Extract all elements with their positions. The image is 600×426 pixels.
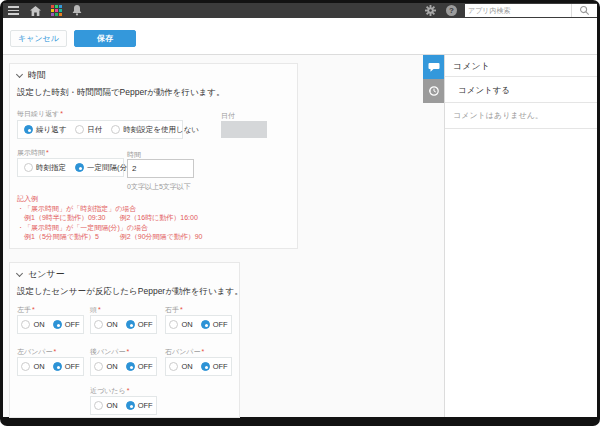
- radio-icon: [21, 320, 30, 329]
- comments-empty-message: コメントはありません。: [445, 103, 597, 129]
- radio-icon: [169, 362, 178, 371]
- gear-icon[interactable]: [424, 3, 436, 18]
- sensor-section: センサー 設定したセンサーが反応したらPepperが動作を行います。 左手* O…: [9, 262, 240, 418]
- toggle-on-option[interactable]: ON: [169, 320, 192, 329]
- example-line: ・「展示時間」が「時刻指定」の場合: [17, 204, 202, 214]
- sensor-section-description: 設定したセンサーが反応したらPepperが動作を行います。: [17, 286, 243, 298]
- approached-toggle: ON OFF: [90, 396, 157, 415]
- toggle-off-option[interactable]: OFF: [201, 362, 228, 371]
- radio-selected-icon: [126, 320, 135, 329]
- top-navigation-bar: ?: [3, 3, 597, 18]
- radio-icon: [94, 320, 103, 329]
- toggle-off-option[interactable]: OFF: [201, 320, 228, 329]
- head-toggle: ON OFF: [90, 315, 157, 334]
- radio-selected-icon: [126, 401, 135, 410]
- app-window: ? キャンセル 保存 時間 設定した時刻・時間間隔でPepperが動作を行います…: [0, 0, 600, 426]
- cancel-button[interactable]: キャンセル: [10, 30, 67, 47]
- chevron-down-icon: [16, 71, 23, 78]
- date-field-disabled: [221, 121, 267, 138]
- example-line: 例1（5分間隔で動作）5 例2（90分間隔で動作）90: [17, 232, 202, 242]
- menu-icon[interactable]: [7, 3, 19, 18]
- example-note: 記入例 ・「展示時間」が「時刻指定」の場合 例1（9時半に動作）09:30 例2…: [17, 194, 202, 242]
- radio-selected-icon: [53, 362, 62, 371]
- radio-selected-icon: [53, 320, 62, 329]
- toggle-on-option[interactable]: ON: [21, 362, 44, 371]
- toggle-on-option[interactable]: ON: [169, 362, 192, 371]
- radio-option-no-time-setting[interactable]: 時刻設定を使用しない: [111, 125, 199, 135]
- left-bumper-toggle: ON OFF: [17, 357, 84, 376]
- radio-icon: [75, 125, 84, 134]
- add-comment-link[interactable]: コメントする: [445, 77, 597, 103]
- home-icon[interactable]: [29, 3, 41, 18]
- repeat-radio-group: 繰り返す 日付 時刻設定を使用しない: [17, 120, 183, 139]
- chat-bubble-icon: [428, 62, 440, 73]
- left-bumper-label: 左バンパー*: [17, 347, 56, 357]
- radio-option-time-specified[interactable]: 時刻指定: [24, 163, 66, 173]
- example-line: 例1（9時半に動作）09:30 例2（16時に動作）16:00: [17, 213, 202, 223]
- back-bumper-toggle: ON OFF: [90, 357, 157, 376]
- help-icon[interactable]: ?: [446, 5, 457, 16]
- time-section-title: 時間: [28, 69, 46, 82]
- save-button[interactable]: 保存: [74, 30, 136, 47]
- display-time-radio-group: 時刻指定 一定間隔(分): [17, 158, 124, 177]
- right-bumper-toggle: ON OFF: [165, 357, 232, 376]
- duration-hint: 0文字以上5文字以下: [127, 182, 191, 192]
- record-content: 時間 設定した時刻・時間間隔でPepperが動作を行います。 毎日繰り返す* 繰…: [3, 55, 597, 417]
- toggle-off-option[interactable]: OFF: [126, 362, 153, 371]
- right-hand-toggle: ON OFF: [165, 315, 232, 334]
- repeat-field-label: 毎日繰り返す*: [17, 109, 63, 119]
- radio-selected-icon: [24, 125, 33, 134]
- duration-input[interactable]: [127, 159, 194, 178]
- toggle-on-option[interactable]: ON: [94, 362, 117, 371]
- comments-panel-title: コメント: [445, 55, 597, 77]
- toggle-off-option[interactable]: OFF: [126, 401, 153, 410]
- date-field-label: 日付: [221, 111, 235, 121]
- required-asterisk: *: [60, 110, 63, 117]
- required-asterisk: *: [46, 149, 49, 156]
- app-search-box: [465, 4, 597, 17]
- apps-grid-icon[interactable]: [50, 5, 62, 17]
- toggle-on-option[interactable]: ON: [94, 401, 117, 410]
- radio-option-fixed-interval[interactable]: 一定間隔(分): [75, 163, 130, 173]
- radio-selected-icon: [201, 362, 210, 371]
- radio-icon: [21, 362, 30, 371]
- right-bumper-label: 右バンパー*: [165, 347, 204, 357]
- radio-icon: [94, 362, 103, 371]
- display-time-field-label: 展示時間*: [17, 148, 49, 158]
- toggle-on-option[interactable]: ON: [94, 320, 117, 329]
- sensor-section-title: センサー: [28, 268, 65, 281]
- radio-selected-icon: [201, 320, 210, 329]
- toggle-off-option[interactable]: OFF: [53, 320, 80, 329]
- time-section-description: 設定した時刻・時間間隔でPepperが動作を行います。: [17, 87, 225, 99]
- example-line: ・「展示時間」が「一定間隔(分)」の場合: [17, 223, 202, 233]
- comments-panel: コメント コメントする コメントはありません。: [444, 55, 597, 417]
- head-label: 頭*: [90, 305, 101, 315]
- left-hand-toggle: ON OFF: [17, 315, 84, 334]
- right-hand-label: 右手*: [165, 305, 183, 315]
- toggle-off-option[interactable]: OFF: [126, 320, 153, 329]
- radio-selected-icon: [126, 362, 135, 371]
- time-section-header[interactable]: 時間: [17, 69, 46, 82]
- radio-icon: [24, 163, 33, 172]
- approached-label: 近づいたら*: [90, 386, 129, 396]
- search-icon[interactable]: [571, 4, 597, 17]
- toggle-on-option[interactable]: ON: [21, 320, 44, 329]
- history-tab[interactable]: [423, 79, 444, 103]
- radio-selected-icon: [75, 163, 84, 172]
- bell-icon[interactable]: [71, 3, 82, 18]
- example-title: 記入例: [17, 194, 202, 204]
- chevron-down-icon: [16, 270, 23, 277]
- left-hand-label: 左手*: [17, 305, 35, 315]
- time-section: 時間 設定した時刻・時間間隔でPepperが動作を行います。 毎日繰り返す* 繰…: [9, 63, 298, 249]
- radio-icon: [111, 125, 120, 134]
- radio-icon: [94, 401, 103, 410]
- search-input[interactable]: [465, 4, 571, 17]
- comments-tab[interactable]: [423, 55, 444, 79]
- sensor-section-header[interactable]: センサー: [17, 268, 65, 281]
- back-bumper-label: 後バンパー*: [90, 347, 129, 357]
- history-icon: [428, 85, 440, 97]
- radio-icon: [169, 320, 178, 329]
- radio-option-date[interactable]: 日付: [75, 125, 102, 135]
- toggle-off-option[interactable]: OFF: [53, 362, 80, 371]
- radio-option-repeat[interactable]: 繰り返す: [24, 125, 66, 135]
